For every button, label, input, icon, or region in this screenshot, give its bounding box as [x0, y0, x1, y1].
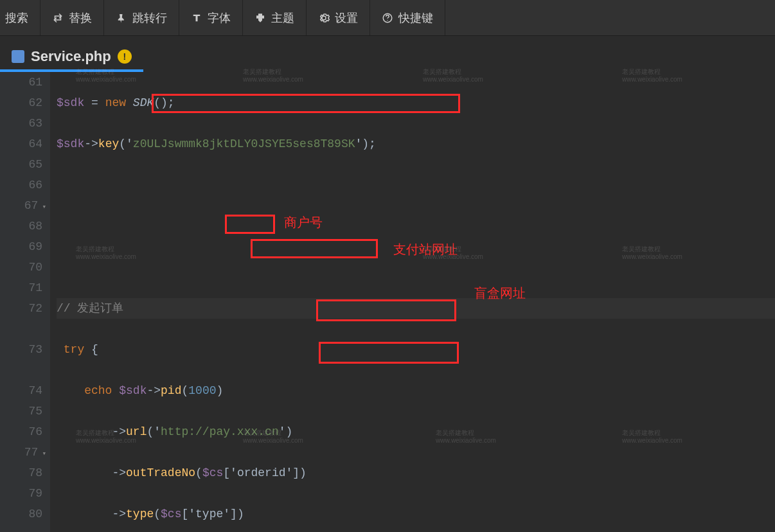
code-line	[57, 175, 775, 195]
ln: 61	[0, 72, 42, 93]
code-line	[57, 216, 775, 236]
code-line: $sdk->key('z0ULJswmmk8jktDLY0JSYE5ses8T8…	[57, 134, 775, 154]
highlight-url	[251, 239, 378, 258]
ln: 76	[0, 421, 42, 442]
code-line: ->outTradeNo($cs['orderid'])	[57, 463, 775, 483]
ln	[0, 360, 42, 380]
line-gutter: 61 62 63 64 65 66 67▾ 68 69 70 71 72 73 …	[0, 72, 50, 532]
font-icon	[191, 12, 202, 24]
shortcuts-button[interactable]: 快捷键	[370, 0, 445, 35]
ln: 73	[0, 339, 42, 360]
tab-service-php[interactable]: Service.php !	[0, 44, 143, 72]
font-button[interactable]: 字体	[179, 0, 243, 35]
ln: 69	[0, 236, 42, 257]
ln: 65	[0, 154, 42, 175]
label: 搜索	[5, 10, 28, 26]
code-area[interactable]: $sdk = new SDK(); $sdk->key('z0ULJswmmk8…	[50, 72, 775, 532]
label: 设置	[335, 10, 358, 26]
ln: 77▾	[0, 442, 42, 463]
theme-button[interactable]: 主题	[243, 0, 307, 35]
ln: 72	[0, 298, 42, 319]
ln: 64	[0, 134, 42, 154]
ln: 71	[0, 278, 42, 298]
label: 快捷键	[398, 10, 433, 26]
code-line: ->url('http://pay.xxx.cn')	[57, 421, 775, 442]
code-line: ->type($cs['type'])	[57, 504, 775, 524]
ln	[0, 319, 42, 339]
tab-bar: Service.php !	[0, 36, 775, 72]
code-editor[interactable]: 61 62 63 64 65 66 67▾ 68 69 70 71 72 73 …	[0, 72, 775, 532]
label: 主题	[271, 10, 294, 26]
ln: 75	[0, 401, 42, 421]
ln: 62	[0, 93, 42, 113]
goto-button[interactable]: 跳转行	[104, 0, 179, 35]
help-icon	[382, 12, 393, 24]
ln: 80	[0, 504, 42, 524]
ln: 68	[0, 216, 42, 236]
label: 字体	[208, 10, 231, 26]
label: 替换	[69, 10, 92, 26]
ln: 63	[0, 113, 42, 134]
code-line: // 发起订单	[57, 298, 775, 319]
label: 跳转行	[132, 10, 167, 26]
theme-icon	[254, 12, 266, 24]
gear-icon	[318, 12, 330, 24]
tab-filename: Service.php	[31, 48, 111, 65]
pin-icon	[116, 12, 127, 24]
replace-button[interactable]: 替换	[40, 0, 104, 35]
code-line: try {	[57, 339, 775, 360]
replace-icon	[52, 12, 64, 24]
ln: 66	[0, 175, 42, 195]
php-file-icon	[12, 50, 24, 63]
code-line: $sdk = new SDK();	[57, 93, 775, 113]
ln: 70	[0, 257, 42, 278]
toolbar: 搜索 替换 跳转行 字体 主题 设置 快捷键	[0, 0, 775, 36]
ln: 67▾	[0, 195, 42, 216]
code-line: echo $sdk->pid(1000)	[57, 380, 775, 401]
search-button[interactable]: 搜索	[0, 0, 40, 35]
code-line	[57, 257, 775, 278]
warning-badge: !	[118, 49, 132, 64]
ln: 79	[0, 483, 42, 504]
settings-button[interactable]: 设置	[307, 0, 370, 35]
ln: 78	[0, 463, 42, 483]
ln: 74	[0, 380, 42, 401]
